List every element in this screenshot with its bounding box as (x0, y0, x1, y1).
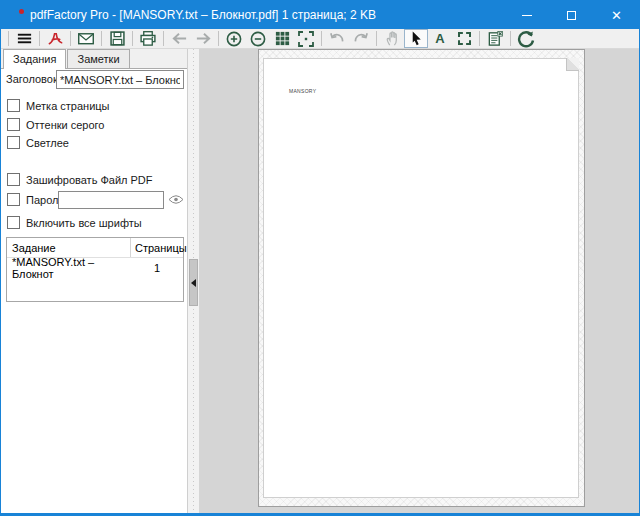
checkbox-icon[interactable] (7, 99, 20, 112)
acrobat-pdf-icon (47, 30, 64, 47)
window-title: pdfFactory Pro - [MANSORY.txt – Блокнот.… (30, 8, 376, 22)
email-button[interactable] (74, 29, 98, 48)
delete-page-icon (486, 30, 504, 47)
option-label: Оттенки серого (26, 119, 104, 131)
password-input[interactable] (58, 191, 164, 209)
settings-panel: Задания Заметки Заголовок: Метка страниц… (1, 49, 188, 514)
print-icon (139, 30, 157, 47)
title-bar: pdfFactory Pro - [MANSORY.txt – Блокнот.… (1, 1, 639, 29)
redo-icon (352, 30, 370, 47)
forward-button[interactable] (191, 29, 215, 48)
tab-jobs[interactable]: Задания (3, 49, 66, 69)
collapse-left-icon (191, 279, 196, 287)
jobs-tab-content: Заголовок: Метка страницы Оттенки серого… (1, 69, 187, 514)
job-name-cell: *MANSORY.txt – Блокнот (7, 256, 131, 280)
maximize-icon (567, 11, 576, 20)
checkbox-icon[interactable] (7, 136, 20, 149)
toolbar-separator (163, 31, 164, 46)
toolbar-separator (321, 31, 322, 46)
marquee-icon (458, 32, 471, 45)
toolbar-separator (376, 31, 377, 46)
option-label: Светлее (26, 137, 69, 149)
thumbnails-button[interactable] (270, 29, 294, 48)
checkbox-icon[interactable] (7, 118, 20, 131)
undo-button[interactable] (325, 29, 349, 48)
column-header-job[interactable]: Задание (7, 238, 131, 257)
window-controls: ✕ (504, 1, 639, 29)
minimize-icon (522, 15, 532, 16)
text-tool-icon: A (435, 32, 444, 45)
panel-tabs: Задания Заметки (1, 49, 187, 69)
table-row[interactable]: *MANSORY.txt – Блокнот 1 (7, 258, 183, 277)
cursor-tool-button[interactable] (404, 29, 428, 48)
toolbar-separator (101, 31, 102, 46)
option-label: Метка страницы (26, 100, 110, 112)
toolbar-separator (510, 31, 511, 46)
panel-splitter[interactable] (188, 49, 199, 514)
refresh-icon (517, 30, 535, 48)
zoom-out-button[interactable] (246, 29, 270, 48)
checkbox-icon[interactable] (7, 216, 20, 229)
option-encrypt[interactable]: Зашифровать Файл PDF (7, 173, 153, 186)
refresh-button[interactable] (514, 29, 538, 48)
save-button[interactable] (105, 29, 129, 48)
jobs-table: Задание Страницы *MANSORY.txt – Блокнот … (6, 237, 184, 302)
save-icon (109, 30, 126, 47)
toolbar-separator (218, 31, 219, 46)
splitter-collapse-handle[interactable] (189, 259, 198, 306)
zoom-in-button[interactable] (222, 29, 246, 48)
toolbar-separator (39, 31, 40, 46)
option-lighter[interactable]: Светлее (7, 136, 69, 149)
close-icon: ✕ (611, 9, 622, 22)
option-password[interactable]: Пароль (7, 193, 64, 206)
option-label: Включить все шрифты (26, 217, 142, 229)
forward-arrow-icon (194, 30, 213, 47)
option-page-mark[interactable]: Метка страницы (7, 99, 110, 112)
column-header-pages[interactable]: Страницы (131, 242, 183, 254)
fit-page-icon (297, 30, 315, 48)
text-tool-button[interactable]: A (428, 29, 452, 48)
toolbar-separator (479, 31, 480, 46)
document-viewport[interactable]: MANSORY (258, 49, 585, 507)
redo-button[interactable] (349, 29, 373, 48)
main-area: Задания Заметки Заголовок: Метка страниц… (1, 49, 639, 514)
option-grayscale[interactable]: Оттенки серого (7, 118, 104, 131)
print-button[interactable] (136, 29, 160, 48)
cursor-icon (408, 30, 425, 47)
title-label: Заголовок: (6, 73, 61, 85)
hand-icon (384, 30, 401, 47)
app-icon (9, 8, 24, 23)
thumbnail-grid-icon (274, 30, 291, 47)
title-input[interactable] (56, 70, 184, 89)
menu-icon (16, 30, 33, 47)
app-window: pdfFactory Pro - [MANSORY.txt – Блокнот.… (0, 0, 640, 516)
marquee-tool-button[interactable] (452, 29, 476, 48)
undo-icon (328, 30, 346, 47)
back-button[interactable] (167, 29, 191, 48)
option-embed-fonts[interactable]: Включить все шрифты (7, 216, 142, 229)
maximize-button[interactable] (549, 1, 594, 29)
page-header-text: MANSORY (289, 88, 316, 94)
pdf-page[interactable]: MANSORY (263, 58, 579, 498)
toolbar-separator (132, 31, 133, 46)
fit-page-button[interactable] (294, 29, 318, 48)
close-button[interactable]: ✕ (594, 1, 639, 29)
zoom-out-icon (249, 30, 267, 48)
zoom-in-icon (225, 30, 243, 48)
option-label: Зашифровать Файл PDF (26, 174, 153, 186)
hand-tool-button[interactable] (380, 29, 404, 48)
page-fold-corner (566, 58, 579, 71)
toolbar: A (1, 29, 639, 49)
toolbar-separator (70, 31, 71, 46)
delete-page-button[interactable] (483, 29, 507, 48)
toolbar-separator (8, 31, 9, 46)
preview-pane: MANSORY (199, 49, 639, 514)
tab-notes[interactable]: Заметки (67, 49, 129, 68)
minimize-button[interactable] (504, 1, 549, 29)
job-pages-cell: 1 (131, 262, 183, 274)
checkbox-icon[interactable] (7, 173, 20, 186)
show-password-eye-icon[interactable] (168, 194, 184, 205)
checkbox-icon[interactable] (7, 193, 20, 206)
menu-button[interactable] (12, 29, 36, 48)
acrobat-button[interactable] (43, 29, 67, 48)
